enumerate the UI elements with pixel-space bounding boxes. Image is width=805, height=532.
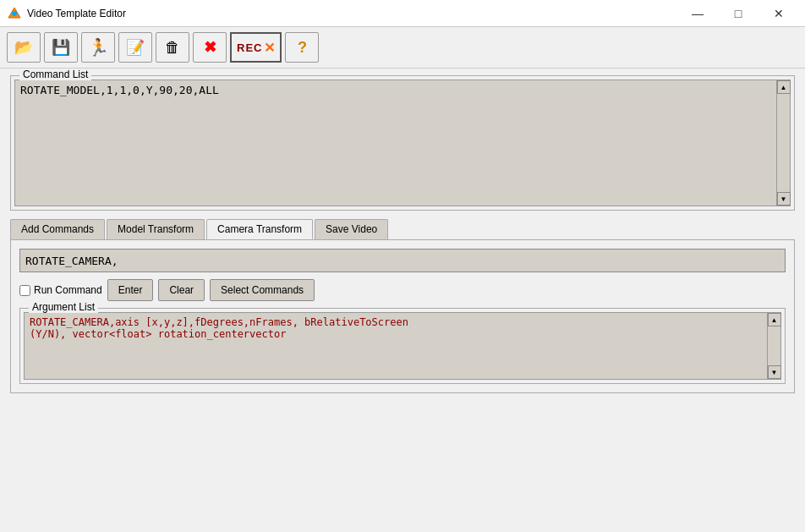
- argument-list-wrapper: ▲ ▼: [24, 312, 781, 380]
- select-commands-button[interactable]: Select Commands: [210, 279, 315, 301]
- command-input[interactable]: [19, 249, 786, 272]
- arg-scroll-down-button[interactable]: ▼: [768, 365, 781, 379]
- title-bar-left: Video Template Editor: [7, 6, 126, 21]
- help-icon: ?: [298, 39, 307, 57]
- scroll-down-button[interactable]: ▼: [777, 192, 791, 206]
- minimize-button[interactable]: —: [678, 1, 717, 26]
- delete-button[interactable]: 🗑: [156, 32, 189, 63]
- command-input-row: [19, 249, 786, 272]
- main-content: Command List ▲ ▼ Add Commands Model Tran…: [0, 69, 805, 400]
- maximize-button[interactable]: □: [719, 1, 758, 26]
- tab-content: Run Command Enter Clear Select Commands …: [10, 239, 795, 393]
- tabs-row: Add Commands Model Transform Camera Tran…: [10, 219, 795, 239]
- save-button[interactable]: 💾: [44, 32, 78, 63]
- help-button[interactable]: ?: [285, 32, 319, 63]
- cancel-icon: ✖: [204, 38, 216, 57]
- argument-list-group: Argument List ▲ ▼: [19, 308, 786, 384]
- run-command-label: Run Command: [34, 284, 102, 296]
- scroll-up-button[interactable]: ▲: [777, 80, 791, 94]
- argument-list-scrollbar[interactable]: ▲ ▼: [768, 312, 781, 380]
- command-list-group: Command List ▲ ▼: [10, 75, 795, 211]
- delete-icon: 🗑: [165, 39, 180, 57]
- arg-scroll-up-button[interactable]: ▲: [768, 313, 781, 326]
- rec-x-icon: ✕: [264, 40, 275, 56]
- command-list-textarea[interactable]: [14, 80, 777, 206]
- run-icon: 🏃: [88, 37, 109, 58]
- tab-save-video[interactable]: Save Video: [315, 219, 388, 239]
- argument-list-textarea[interactable]: [24, 312, 768, 380]
- edit-icon: 📝: [126, 38, 145, 57]
- title-bar: Video Template Editor — □ ✕: [0, 0, 805, 27]
- argument-list-title: Argument List: [29, 301, 98, 313]
- save-icon: 💾: [52, 38, 70, 57]
- command-list-title: Command List: [19, 69, 91, 80]
- run-button[interactable]: 🏃: [81, 32, 115, 63]
- svg-point-1: [12, 11, 17, 16]
- rec-label: REC: [237, 41, 262, 54]
- cancel-button[interactable]: ✖: [193, 32, 227, 63]
- enter-button[interactable]: Enter: [107, 279, 154, 301]
- tab-add-commands[interactable]: Add Commands: [10, 219, 105, 239]
- open-icon: 📂: [14, 38, 33, 57]
- command-list-wrapper: ▲ ▼: [14, 80, 791, 206]
- title-bar-controls: — □ ✕: [678, 1, 798, 26]
- run-command-checkbox-label[interactable]: Run Command: [19, 284, 102, 296]
- edit-button[interactable]: 📝: [118, 32, 152, 63]
- window-title: Video Template Editor: [27, 8, 126, 19]
- tab-model-transform[interactable]: Model Transform: [107, 219, 205, 239]
- close-button[interactable]: ✕: [759, 1, 798, 26]
- controls-row: Run Command Enter Clear Select Commands: [19, 279, 786, 301]
- command-list-scrollbar[interactable]: ▲ ▼: [777, 80, 791, 206]
- open-button[interactable]: 📂: [7, 32, 41, 63]
- run-command-checkbox[interactable]: [19, 285, 30, 296]
- app-icon: [7, 6, 22, 21]
- clear-button[interactable]: Clear: [158, 279, 205, 301]
- tab-camera-transform[interactable]: Camera Transform: [206, 219, 313, 239]
- rec-button[interactable]: REC✕: [230, 32, 282, 63]
- toolbar: 📂 💾 🏃 📝 🗑 ✖ REC✕ ?: [0, 27, 805, 69]
